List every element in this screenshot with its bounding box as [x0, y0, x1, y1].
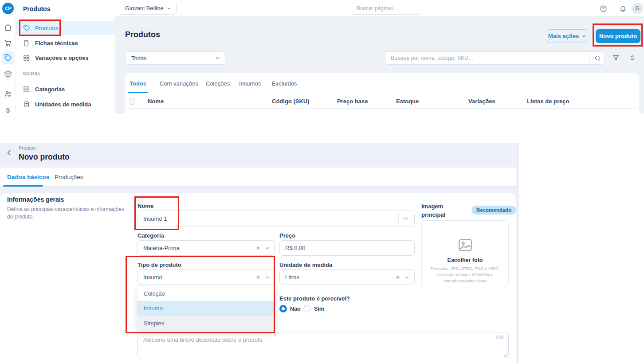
clear-icon[interactable]: ✕ — [256, 274, 260, 281]
resize-handle-icon[interactable] — [503, 353, 507, 357]
categoria-select[interactable]: Matéria-Prima ✕ — [137, 240, 275, 256]
tab-com-variacoes[interactable]: Com variações — [160, 80, 198, 87]
upload-hint-line1: Formatos: JPG, JPEG, PNG e HEIC, — [431, 265, 500, 272]
sidebar-item-label: Unidades de medida — [35, 101, 91, 108]
radio-unselected-icon — [303, 305, 311, 312]
unidade-medida-select[interactable]: Litros ✕ — [279, 269, 415, 285]
dropdown-option-insumo[interactable]: Insumo — [137, 301, 275, 316]
table-tabs-row — [125, 73, 639, 93]
sidebar-item-fichas-tecnicas[interactable]: Fichas técnicas — [16, 36, 115, 50]
clear-icon[interactable]: ✕ — [396, 274, 400, 281]
section-description: Defina as principais características e i… — [7, 206, 125, 221]
new-product-button[interactable]: Novo produto — [596, 29, 640, 43]
imagem-principal-label: Imagem principal — [421, 203, 455, 219]
preco-label: Preço — [279, 232, 295, 239]
radio-nao[interactable]: Não — [279, 305, 301, 312]
clear-icon[interactable]: ✕ — [256, 245, 260, 251]
tab-dados-basicos[interactable]: Dados básicos — [7, 174, 49, 180]
chevron-down-icon — [265, 246, 270, 251]
chevron-down-icon — [265, 275, 270, 280]
category-filter-select[interactable]: Todas — [125, 51, 225, 65]
tipo-produto-label: Tipo de produto — [137, 262, 181, 268]
chevron-down-icon — [166, 6, 172, 11]
choose-photo-label: Escolher foto — [448, 257, 483, 263]
cube-icon[interactable] — [2, 68, 14, 80]
tab-insumos[interactable]: Insumos — [239, 80, 261, 87]
help-icon[interactable] — [599, 4, 608, 13]
home-icon[interactable] — [2, 21, 14, 34]
nome-input[interactable] — [137, 211, 415, 226]
chevron-down-icon — [404, 275, 410, 280]
tag-icon — [23, 24, 31, 31]
sidebar-item-variacoes[interactable]: Variações e opções — [16, 51, 115, 65]
col-header-listas-preco: Listas de preço — [527, 98, 569, 105]
more-actions-button[interactable]: Mais ações — [547, 29, 588, 43]
sidebar-item-unidades[interactable]: Unidades de medida — [16, 97, 115, 111]
categoria-value: Matéria-Prima — [143, 245, 180, 251]
grid-icon — [23, 55, 31, 61]
breadcrumb: Produto — [19, 145, 36, 151]
sidebar-section-label: GERAL — [23, 71, 42, 76]
table-header-divider — [125, 108, 639, 109]
workspace-selector[interactable]: Giovani Belline — [119, 2, 177, 15]
app-screen: CP $ Produtos Produtos — [0, 0, 644, 363]
active-form-tab-underline — [3, 185, 43, 187]
recomendado-badge: Recomendado — [471, 206, 516, 215]
products-sidebar: Produtos Produtos Fichas técnicas Variaç… — [16, 0, 115, 113]
bell-icon[interactable] — [618, 4, 627, 13]
photo-upload-card[interactable]: Escolher foto Formatos: JPG, JPEG, PNG e… — [421, 220, 509, 288]
col-header-codigo: Código (SKU) — [272, 98, 309, 105]
tipo-produto-value: Insumo — [143, 274, 162, 281]
top-bar: Giovani Belline G — [115, 0, 644, 16]
dropdown-option-colecao[interactable]: Coleção — [137, 286, 275, 301]
sidebar-item-label: Variações e opções — [35, 55, 89, 61]
preco-input[interactable] — [279, 240, 415, 256]
cart-icon[interactable] — [2, 37, 14, 49]
nome-label: Nome — [137, 203, 153, 209]
file-icon — [23, 40, 31, 47]
perecivel-label: Este produto é perecível? — [279, 295, 350, 302]
page-search-input[interactable] — [352, 2, 421, 15]
user-avatar[interactable]: G — [632, 3, 643, 14]
chevron-down-icon — [215, 55, 220, 61]
select-all-checkbox[interactable] — [129, 98, 135, 105]
upload-hint-line3: tamanho máximo: 8MB — [431, 278, 500, 284]
sidebar-item-label: Produtos — [35, 25, 58, 31]
form-title: Novo produto — [19, 152, 70, 162]
back-icon[interactable] — [5, 149, 13, 157]
descricao-textarea[interactable] — [137, 332, 509, 358]
page-title: Produtos — [125, 30, 160, 39]
tag-icon[interactable] — [2, 51, 14, 64]
section-title: Informações gerais — [7, 196, 64, 203]
filter-icon[interactable] — [612, 54, 620, 62]
upload-hint: Formatos: JPG, JPEG, PNG e HEIC, resoluç… — [431, 265, 500, 284]
col-header-estoque: Estoque — [396, 98, 419, 105]
tab-colecoes[interactable]: Coleções — [206, 80, 230, 87]
product-search-input[interactable] — [385, 52, 590, 64]
radio-nao-label: Não — [290, 306, 301, 312]
dropdown-option-simples[interactable]: Simples — [137, 316, 275, 331]
app-logo[interactable]: CP — [2, 3, 14, 14]
sidebar-item-label: Fichas técnicas — [35, 40, 78, 47]
filter-value: Todas — [131, 55, 147, 62]
team-icon[interactable] — [2, 88, 14, 100]
tipo-produto-select[interactable]: Insumo ✕ — [137, 269, 275, 285]
col-header-nome: Nome — [148, 98, 164, 105]
dollar-icon[interactable]: $ — [2, 104, 14, 116]
image-icon — [458, 238, 473, 252]
radio-selected-icon — [279, 305, 287, 312]
sidebar-item-label: Categorias — [35, 86, 65, 93]
sidebar-title: Produtos — [23, 5, 50, 12]
tab-producoes[interactable]: Produções — [55, 174, 83, 180]
tab-todos[interactable]: Todos — [130, 80, 146, 87]
workspace-name: Giovani Belline — [125, 5, 164, 12]
tab-excluidos[interactable]: Excluídos — [272, 80, 297, 87]
sidebar-item-categorias[interactable]: Categorias — [16, 82, 115, 96]
more-actions-label: Mais ações — [548, 33, 579, 39]
search-icon[interactable] — [589, 54, 601, 62]
sort-icon[interactable] — [628, 54, 636, 62]
database-icon — [23, 101, 31, 108]
categoria-label: Categoria — [137, 232, 164, 239]
sidebar-item-produtos[interactable]: Produtos — [16, 21, 115, 35]
radio-sim[interactable]: Sim — [303, 305, 324, 312]
